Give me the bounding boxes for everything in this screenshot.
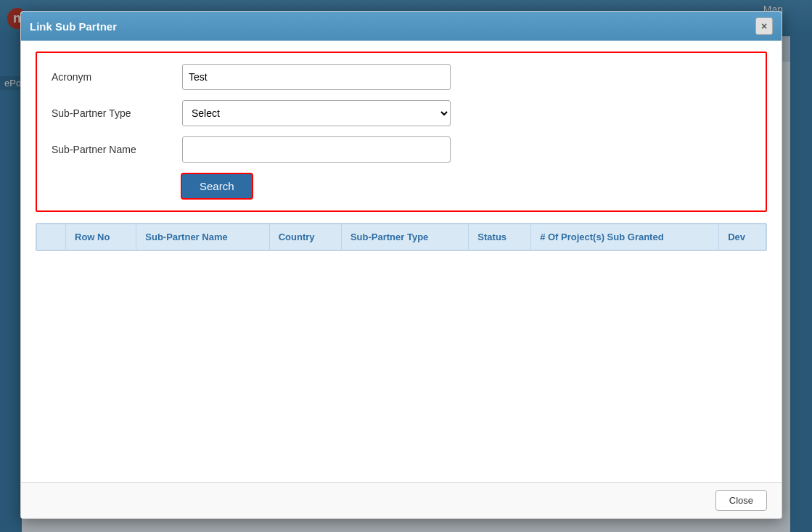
sub-partner-type-select[interactable]: Select NGO Government Private Sector Aca… (182, 100, 451, 126)
modal-footer: Close (21, 482, 782, 518)
footer-close-button[interactable]: Close (715, 490, 767, 511)
acronym-input[interactable] (182, 64, 451, 90)
empty-results-area (36, 262, 767, 471)
table-header-row: Row No Sub-Partner Name Country Sub-Part… (37, 224, 766, 250)
results-table: Row No Sub-Partner Name Country Sub-Part… (36, 224, 766, 250)
modal-header: Link Sub Partner × (21, 12, 782, 41)
sub-partner-type-row: Sub-Partner Type Select NGO Government P… (52, 100, 751, 126)
acronym-row: Acronym (52, 64, 751, 90)
results-table-container: Row No Sub-Partner Name Country Sub-Part… (36, 223, 767, 251)
sub-partner-name-label: Sub-Partner Name (52, 144, 182, 155)
col-sub-partner-name: Sub-Partner Name (136, 224, 269, 250)
link-sub-partner-modal: Link Sub Partner × Acronym Sub-Partner T… (20, 11, 782, 519)
search-form: Acronym Sub-Partner Type Select NGO Gove… (36, 52, 767, 212)
col-sub-partner-type: Sub-Partner Type (341, 224, 468, 250)
col-row-no: Row No (66, 224, 136, 250)
col-country: Country (269, 224, 341, 250)
col-dev: Dev (719, 224, 766, 250)
modal-title: Link Sub Partner (30, 20, 117, 33)
acronym-label: Acronym (52, 71, 182, 83)
col-projects: # Of Project(s) Sub Granted (531, 224, 719, 250)
col-status: Status (469, 224, 531, 250)
search-button[interactable]: Search (181, 173, 253, 200)
sub-partner-name-input[interactable] (182, 136, 451, 163)
sub-partner-type-label: Sub-Partner Type (52, 107, 182, 119)
modal-body: Acronym Sub-Partner Type Select NGO Gove… (21, 41, 782, 482)
col-checkbox (37, 224, 66, 250)
search-btn-wrapper: Search (52, 173, 751, 200)
modal-close-button[interactable]: × (755, 17, 773, 35)
sub-partner-name-row: Sub-Partner Name (52, 136, 751, 163)
